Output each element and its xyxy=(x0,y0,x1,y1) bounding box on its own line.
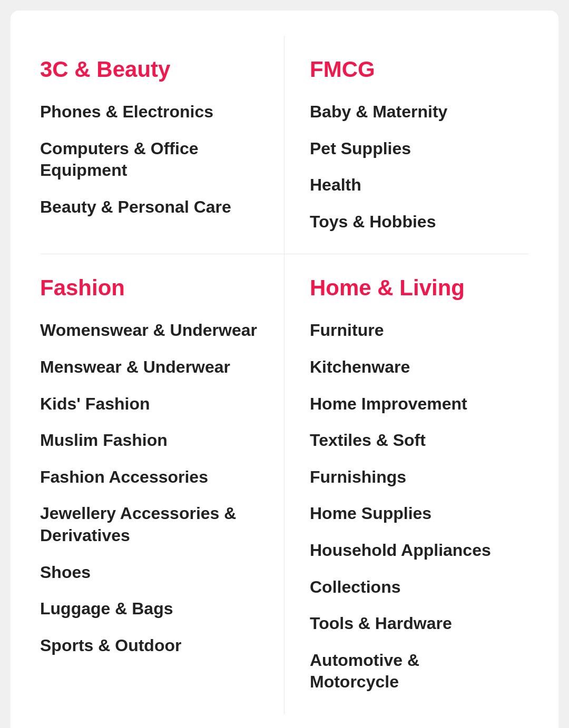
main-card: 3C & Beauty Phones & Electronics Compute… xyxy=(11,11,558,728)
list-item[interactable]: Toys & Hobbies xyxy=(310,211,512,233)
section-3c-beauty: 3C & Beauty Phones & Electronics Compute… xyxy=(40,36,284,254)
list-item[interactable]: Automotive & Motorcycle xyxy=(310,650,512,693)
section-title-home-living: Home & Living xyxy=(310,275,512,301)
list-item[interactable]: Sports & Outdoor xyxy=(40,635,263,657)
list-item[interactable]: Collections xyxy=(310,576,512,599)
list-item[interactable]: Baby & Maternity xyxy=(310,101,512,123)
list-item[interactable]: Tools & Hardware xyxy=(310,613,512,635)
list-item[interactable]: Muslim Fashion xyxy=(40,430,263,452)
list-item[interactable]: Shoes xyxy=(40,562,263,584)
section-items-3c-beauty: Phones & Electronics Computers & Office … xyxy=(40,101,263,218)
section-title-3c-beauty: 3C & Beauty xyxy=(40,57,263,82)
list-item[interactable]: Home Improvement xyxy=(310,393,512,415)
section-fashion: Fashion Womenswear & Underwear Menswear … xyxy=(40,254,284,714)
list-item[interactable]: Furniture xyxy=(310,320,512,342)
list-item[interactable]: Pet Supplies xyxy=(310,138,512,160)
section-fmcg: FMCG Baby & Maternity Pet Supplies Healt… xyxy=(284,36,529,254)
list-item[interactable]: Home Supplies xyxy=(310,503,512,525)
section-items-fashion: Womenswear & Underwear Menswear & Underw… xyxy=(40,320,263,656)
section-title-fashion: Fashion xyxy=(40,275,263,301)
list-item[interactable]: Kids' Fashion xyxy=(40,393,263,415)
categories-grid: 3C & Beauty Phones & Electronics Compute… xyxy=(40,36,529,714)
section-items-home-living: Furniture Kitchenware Home Improvement T… xyxy=(310,320,512,693)
list-item[interactable]: Computers & Office Equipment xyxy=(40,138,263,182)
list-item[interactable]: Textiles & Soft xyxy=(310,430,512,452)
section-items-fmcg: Baby & Maternity Pet Supplies Health Toy… xyxy=(310,101,512,233)
list-item[interactable]: Furnishings xyxy=(310,466,512,488)
list-item[interactable]: Kitchenware xyxy=(310,356,512,378)
list-item[interactable]: Womenswear & Underwear xyxy=(40,320,263,342)
list-item[interactable]: Jewellery Accessories & Derivatives xyxy=(40,503,263,546)
list-item[interactable]: Health xyxy=(310,174,512,196)
list-item[interactable]: Fashion Accessories xyxy=(40,466,263,488)
list-item[interactable]: Phones & Electronics xyxy=(40,101,263,123)
section-title-fmcg: FMCG xyxy=(310,57,512,82)
list-item[interactable]: Household Appliances xyxy=(310,540,512,562)
list-item[interactable]: Beauty & Personal Care xyxy=(40,196,263,218)
section-home-living: Home & Living Furniture Kitchenware Home… xyxy=(284,254,529,714)
list-item[interactable]: Menswear & Underwear xyxy=(40,356,263,378)
list-item[interactable]: Luggage & Bags xyxy=(40,598,263,620)
